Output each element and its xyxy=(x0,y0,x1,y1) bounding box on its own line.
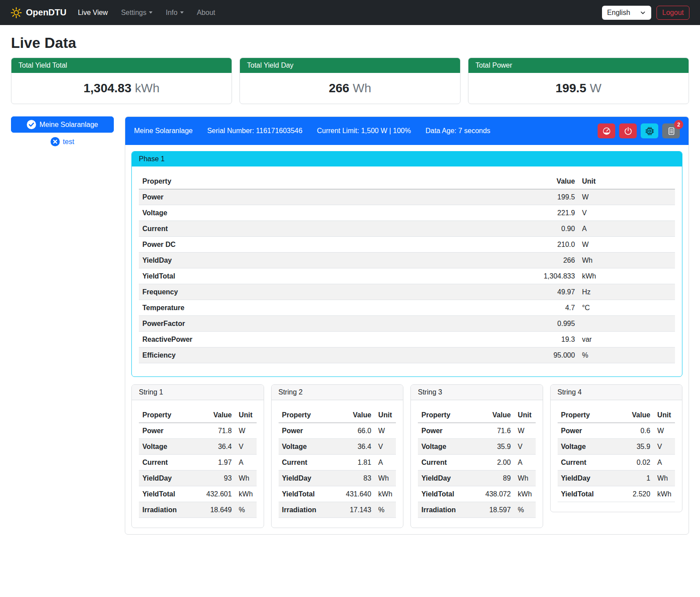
value-cell: 431.640 xyxy=(332,486,374,502)
brand[interactable]: OpenDTU xyxy=(11,7,66,18)
table-row: Frequency49.97Hz xyxy=(139,284,675,300)
unit-cell: kWh xyxy=(375,486,396,502)
power-icon xyxy=(624,127,633,136)
property-cell: YieldDay xyxy=(279,470,333,486)
table-header-row: PropertyValueUnit xyxy=(558,407,675,423)
value-cell: 210.0 xyxy=(402,237,579,253)
value-cell: 1,304.833 xyxy=(402,268,579,284)
table-row: Current1.81A xyxy=(279,455,396,470)
value-cell: 2.00 xyxy=(472,455,514,470)
column-header: Property xyxy=(418,407,472,423)
property-cell: Power xyxy=(418,423,472,439)
navbar-right: English Logout xyxy=(602,6,689,20)
total-yield-total-unit: kWh xyxy=(135,81,160,95)
summary-cards-row: Total Yield Total 1,304.83kWh Total Yiel… xyxy=(11,58,689,104)
table-row: Current2.00A xyxy=(418,455,536,470)
column-header: Unit xyxy=(235,407,256,423)
unit-cell xyxy=(578,316,675,332)
property-cell: Irradiation xyxy=(279,502,333,518)
unit-cell: kWh xyxy=(654,486,675,502)
inverter-data-age: Data Age: 7 seconds xyxy=(425,127,490,135)
card-value: 199.5W xyxy=(468,73,689,104)
unit-cell: V xyxy=(235,439,256,455)
check-circle-icon xyxy=(27,120,36,129)
table-row: Irradiation18.649% xyxy=(139,502,257,518)
inverter-button-meine-solaranlage[interactable]: Meine Solaranlage xyxy=(11,116,114,133)
string-4-table: PropertyValueUnit Power0.6WVoltage35.9VC… xyxy=(558,407,675,502)
column-header: Unit xyxy=(514,407,535,423)
property-cell: YieldTotal xyxy=(139,486,193,502)
inverter-actions: 2 xyxy=(598,123,680,138)
table-row: Irradiation17.143% xyxy=(279,502,396,518)
table-row: YieldTotal431.640kWh xyxy=(279,486,396,502)
property-cell: Power xyxy=(139,423,193,439)
unit-cell: W xyxy=(514,423,535,439)
unit-cell: °C xyxy=(578,300,675,316)
language-select[interactable]: English xyxy=(602,6,651,20)
value-cell: 18.649 xyxy=(193,502,235,518)
table-row: Temperature4.7°C xyxy=(139,300,675,316)
nav-links: Live View Settings Info About xyxy=(78,9,215,17)
table-row: Voltage36.4V xyxy=(279,439,396,455)
total-yield-day-card: Total Yield Day 266Wh xyxy=(239,58,461,104)
unit-cell: Wh xyxy=(235,470,256,486)
property-cell: YieldTotal xyxy=(279,486,333,502)
inverter-limit: Current Limit: 1,500 W | 100% xyxy=(317,127,411,135)
value-cell: 35.9 xyxy=(472,439,514,455)
device-info-button[interactable] xyxy=(641,123,658,138)
card-value: 1,304.83kWh xyxy=(11,73,232,104)
property-cell: YieldTotal xyxy=(418,486,472,502)
nav-item-info[interactable]: Info xyxy=(166,9,184,17)
unit-cell: Wh xyxy=(578,253,675,268)
column-header: Unit xyxy=(375,407,396,423)
table-row: YieldDay83Wh xyxy=(279,470,396,486)
value-cell: 18.597 xyxy=(472,502,514,518)
power-button[interactable] xyxy=(619,123,637,138)
column-header: Property xyxy=(139,407,193,423)
value-cell: 1 xyxy=(616,470,653,486)
table-row: Voltage221.9V xyxy=(139,205,675,221)
inverter-card: Meine Solaranlage Serial Number: 1161716… xyxy=(125,116,689,535)
table-row: YieldTotal438.072kWh xyxy=(418,486,536,502)
unit-cell: A xyxy=(578,221,675,237)
event-log-button[interactable]: 2 xyxy=(662,123,680,138)
property-cell: YieldTotal xyxy=(139,268,402,284)
nav-item-about[interactable]: About xyxy=(197,9,215,17)
table-header-row: PropertyValueUnit xyxy=(139,407,257,423)
nav-item-settings[interactable]: Settings xyxy=(121,9,152,17)
unit-cell: V xyxy=(514,439,535,455)
table-header-row: PropertyValueUnit xyxy=(139,174,675,189)
phase-1-panel: Phase 1 PropertyValueUnit Power199.5WVol… xyxy=(131,151,682,377)
value-cell: 71.6 xyxy=(472,423,514,439)
total-power-value: 199.5 xyxy=(555,81,586,95)
column-header: Value xyxy=(193,407,235,423)
table-row: Power71.6W xyxy=(418,423,536,439)
total-yield-total-value: 1,304.83 xyxy=(83,81,131,95)
unit-cell: var xyxy=(578,332,675,347)
value-cell: 36.4 xyxy=(332,439,374,455)
value-cell: 95.000 xyxy=(402,347,579,363)
column-header: Unit xyxy=(654,407,675,423)
phase-1-title: Phase 1 xyxy=(132,152,682,166)
value-cell: 66.0 xyxy=(332,423,374,439)
property-cell: YieldDay xyxy=(418,470,472,486)
unit-cell: V xyxy=(654,439,675,455)
table-row: Current0.02A xyxy=(558,455,675,470)
table-row: Power71.8W xyxy=(139,423,257,439)
table-row: PowerFactor0.995 xyxy=(139,316,675,332)
column-header: Value xyxy=(332,407,374,423)
property-cell: Voltage xyxy=(139,205,402,221)
table-header-row: PropertyValueUnit xyxy=(418,407,536,423)
value-cell: 438.072 xyxy=(472,486,514,502)
nav-item-live-view[interactable]: Live View xyxy=(78,9,108,17)
logout-button[interactable]: Logout xyxy=(656,6,689,20)
limit-settings-button[interactable] xyxy=(598,123,615,138)
value-cell: 199.5 xyxy=(402,189,579,205)
unit-cell: Hz xyxy=(578,284,675,300)
inverter-link-test[interactable]: test xyxy=(11,137,114,146)
value-cell: 1.97 xyxy=(193,455,235,470)
unit-cell: W xyxy=(578,237,675,253)
property-cell: Irradiation xyxy=(418,502,472,518)
unit-cell: % xyxy=(235,502,256,518)
x-circle-icon xyxy=(51,137,60,146)
